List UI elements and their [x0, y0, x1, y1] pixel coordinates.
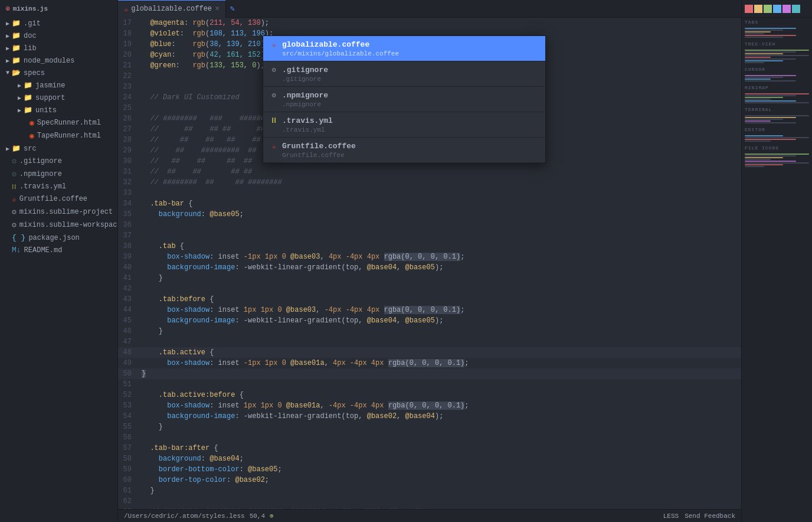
code-line: 41 }: [118, 273, 741, 283]
sidebar-item-label: mixins.sublime-workspace: [19, 221, 118, 229]
sidebar-item-lib[interactable]: ▶ 📁 lib: [0, 42, 117, 54]
json-icon: { }: [12, 233, 25, 242]
status-git-icon: ⊕: [270, 512, 274, 520]
main-area: ☕ globalizable.coffee × ✎ ☕ globalizable…: [118, 0, 741, 522]
code-line: 55 }: [118, 422, 741, 432]
sidebar-item-label: doc: [24, 32, 37, 40]
autocomplete-dropdown: ☕ globalizable.coffee src/mixins/globali…: [263, 35, 546, 164]
sidebar-item-sublime-project[interactable]: ⚙ mixins.sublime-project: [0, 205, 117, 218]
ac-item-path: .travis.yml: [269, 126, 539, 133]
code-line: 57 .tab-bar:after {: [118, 443, 741, 454]
sidebar-item-doc[interactable]: ▶ 📁 doc: [0, 30, 117, 42]
project-header[interactable]: ⊙ mixins.js: [0, 0, 117, 17]
sidebar-item-specrunner[interactable]: ◉ SpecRunner.html: [0, 116, 117, 129]
sidebar-item-git[interactable]: ▶ 📁 .git: [0, 17, 117, 30]
project-name: mixins.js: [13, 5, 48, 12]
tabs-minimap: [742, 26, 812, 40]
sidebar-item-npmignore[interactable]: ⚙ .npmignore: [0, 168, 117, 181]
ac-item-travis[interactable]: ⁞⁞ .travis.yml .travis.yml: [263, 112, 545, 138]
code-line: 38 .tab {: [118, 241, 741, 252]
swatch-purple: [782, 5, 791, 13]
file-icons-minimap: [742, 152, 812, 169]
sidebar-item-specs[interactable]: ▼ 📂 specs: [0, 67, 117, 79]
terminal-minimap: [742, 113, 812, 125]
arrow-icon: ▶: [6, 145, 9, 152]
sidebar-item-label: jasmine: [35, 81, 65, 90]
sidebar-item-label: Gruntfile.coffee: [19, 195, 87, 203]
right-panel: TABS TREE-VIEW CURSOR MINIMAP TERMINAL: [741, 0, 812, 522]
folder-icon: 📁: [12, 19, 21, 28]
edit-icon: ✎: [230, 4, 234, 14]
status-path: /Users/cedric/.atom/styles.less: [124, 513, 245, 520]
code-line: 46 }: [118, 326, 741, 337]
swatch-cyan: [792, 5, 800, 13]
html-file-icon: ◉: [30, 131, 34, 141]
code-line: 32 // ######## ## ## ########: [118, 177, 741, 188]
sidebar-item-src[interactable]: ▶ 📁 src: [0, 142, 117, 155]
ac-item-path: .gitignore: [269, 76, 539, 83]
ac-item-name: ⚙ .npmignore: [269, 90, 539, 100]
code-line: 39 box-shadow: inset -1px 1px 0 @base03,…: [118, 252, 741, 262]
folder-icon: 📁: [12, 31, 21, 40]
sidebar-item-label: .travis.yml: [19, 182, 66, 191]
sidebar-item-label: support: [35, 94, 65, 102]
ac-item-path: .npmignore: [269, 101, 539, 108]
ac-item-gitignore[interactable]: ⚙ .gitignore .gitignore: [263, 61, 545, 87]
tree-view-minimap: [742, 48, 812, 65]
sidebar-item-taperunner[interactable]: ◉ TapeRunner.html: [0, 129, 117, 142]
folder-icon: 📁: [24, 106, 32, 115]
status-feedback[interactable]: Send Feedback: [685, 513, 735, 520]
code-line: 43 .tab:before {: [118, 294, 741, 305]
gear-icon: ⚙: [12, 220, 17, 230]
sidebar-item-readme[interactable]: M↓ README.md: [0, 244, 117, 256]
sidebar-item-units[interactable]: ▶ 📁 units: [0, 104, 117, 116]
folder-icon-open: 📂: [12, 68, 21, 77]
terminal-label: TERMINAL: [742, 105, 812, 113]
coffee-ac-icon: ☕: [269, 141, 279, 151]
sidebar-item-label: mixins.sublime-project: [19, 208, 113, 216]
sidebar-item-jasmine[interactable]: ▶ 📁 jasmine: [0, 79, 117, 92]
sidebar-item-label: lib: [24, 44, 37, 53]
tab-globalizable[interactable]: ☕ globalizable.coffee ×: [118, 0, 226, 18]
code-line: 62: [118, 496, 741, 507]
ac-item-name: ☕ globalizable.coffee: [269, 40, 539, 49]
gear-icon: ⚙: [12, 207, 17, 217]
ac-item-npmignore[interactable]: ⚙ .npmignore .npmignore: [263, 87, 545, 112]
sidebar-item-support[interactable]: ▶ 📁 support: [0, 92, 117, 104]
code-line: 48 .tab.active {: [118, 347, 741, 358]
yml-icon: ⁞⁞: [12, 183, 17, 191]
tab-close-button[interactable]: ×: [215, 4, 220, 14]
yml-ac-icon: ⁞⁞: [269, 116, 279, 125]
tab-bar: ☕ globalizable.coffee × ✎: [118, 0, 741, 18]
editor-label: EDITOR: [742, 125, 812, 133]
swatch-green: [764, 5, 772, 13]
editor-area[interactable]: ☕ globalizable.coffee src/mixins/globali…: [118, 18, 741, 509]
sidebar: ⊙ mixins.js ▶ 📁 .git ▶ 📁 doc ▶ 📁 lib ▶ 📁…: [0, 0, 118, 522]
sidebar-item-package-json[interactable]: { } package.json: [0, 231, 117, 244]
ac-item-globalizable[interactable]: ☕ globalizable.coffee src/mixins/globali…: [263, 36, 545, 61]
code-line: 36: [118, 220, 741, 230]
coffee-tab-icon: ☕: [124, 5, 128, 14]
arrow-icon: ▶: [18, 82, 21, 89]
code-line: 37: [118, 230, 741, 241]
sidebar-item-gitignore[interactable]: ⚙ .gitignore: [0, 155, 117, 168]
coffee-ac-icon: ☕: [269, 40, 279, 49]
status-bar: /Users/cedric/.atom/styles.less 50,4 ⊕ L…: [118, 509, 741, 522]
sidebar-item-sublime-workspace[interactable]: ⚙ mixins.sublime-workspace: [0, 218, 117, 231]
folder-icon: 📁: [12, 144, 21, 153]
arrow-icon: ▶: [18, 107, 21, 114]
status-encoding[interactable]: LESS: [663, 513, 679, 520]
sidebar-item-gruntfile[interactable]: ☕ Gruntfile.coffee: [0, 193, 117, 205]
code-line: 31 // ## ## ## ##: [118, 167, 741, 177]
sidebar-item-node-modules[interactable]: ▶ 📁 node_modules: [0, 54, 117, 67]
ac-item-gruntfile[interactable]: ☕ Gruntfile.coffee Gruntfile.coffee: [263, 138, 545, 163]
code-line: 17 @magenta: rgb(211, 54, 130);: [118, 18, 741, 28]
html-file-icon: ◉: [30, 118, 34, 128]
github-icon: ⊙: [6, 5, 10, 12]
editor-minimap: [742, 133, 812, 143]
code-line: 35 background: @base05;: [118, 209, 741, 220]
gear-ac-icon: ⚙: [269, 90, 279, 100]
code-line: 61 }: [118, 485, 741, 496]
sidebar-item-travis[interactable]: ⁞⁞ .travis.yml: [0, 181, 117, 193]
folder-icon: 📁: [24, 81, 32, 90]
